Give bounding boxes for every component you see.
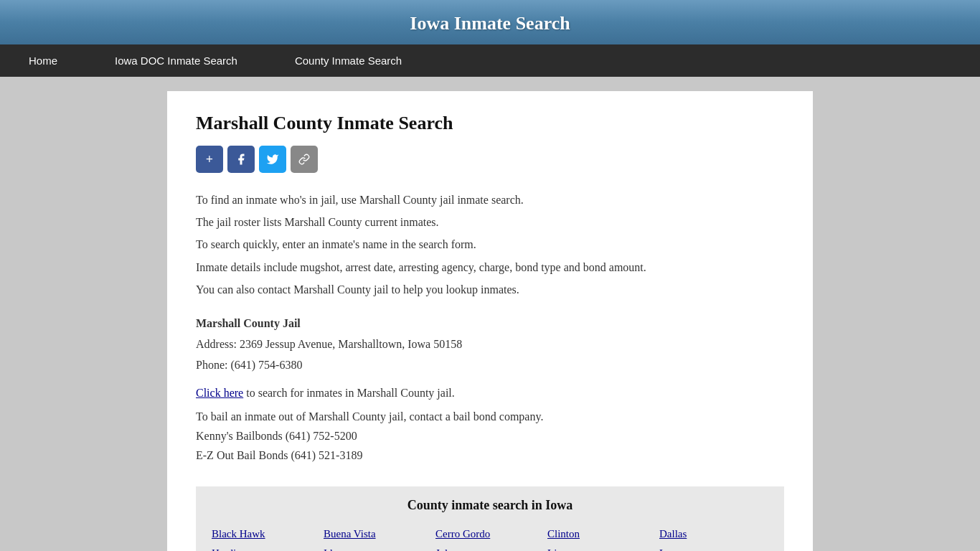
share-twitter-button[interactable] [259, 146, 286, 173]
desc-line-5: You can also contact Marshall County jai… [196, 280, 784, 299]
jail-search-line: Click here to search for inmates in Mars… [196, 387, 784, 400]
main-nav: Home Iowa DOC Inmate Search County Inmat… [0, 44, 980, 77]
county-section: County inmate search in Iowa Black HawkB… [196, 486, 784, 551]
county-section-heading: County inmate search in Iowa [210, 498, 770, 513]
county-link-cerro-gordo[interactable]: Cerro Gordo [434, 524, 546, 544]
nav-home[interactable]: Home [0, 44, 86, 77]
nav-doc-search[interactable]: Iowa DOC Inmate Search [86, 44, 266, 77]
site-title: Iowa Inmate Search [0, 13, 980, 34]
county-link-linn[interactable]: Linn [546, 544, 658, 551]
county-link-hardin[interactable]: Hardin [210, 544, 322, 551]
county-link-buena-vista[interactable]: Buena Vista [322, 524, 434, 544]
county-link-lucas[interactable]: Lucas [658, 544, 770, 551]
nav-county-search[interactable]: County Inmate Search [266, 44, 430, 77]
jail-search-link[interactable]: Click here [196, 387, 243, 399]
county-link-clinton[interactable]: Clinton [546, 524, 658, 544]
county-link-ida[interactable]: Ida [322, 544, 434, 551]
desc-line-1: To find an inmate who's in jail, use Mar… [196, 190, 784, 209]
jail-search-suffix: to search for inmates in Marshall County… [243, 387, 455, 399]
jail-address: Address: 2369 Jessup Avenue, Marshalltow… [196, 334, 784, 354]
description-block: To find an inmate who's in jail, use Mar… [196, 190, 784, 299]
jail-name: Marshall County Jail [196, 314, 784, 333]
site-header: Iowa Inmate Search [0, 0, 980, 44]
county-link-black-hawk[interactable]: Black Hawk [210, 524, 322, 544]
content-area: Marshall County Inmate Search + To find … [167, 91, 813, 551]
main-wrapper: Marshall County Inmate Search + To find … [0, 77, 980, 551]
bail-company-2: E-Z Out Bail Bonds (641) 521-3189 [196, 446, 784, 465]
share-buttons: + [196, 146, 784, 173]
jail-info-block: Marshall County Jail Address: 2369 Jessu… [196, 314, 784, 375]
page-title: Marshall County Inmate Search [196, 113, 784, 134]
county-grid: Black HawkBuena VistaCerro GordoClintonD… [210, 524, 770, 551]
desc-line-2: The jail roster lists Marshall County cu… [196, 212, 784, 232]
county-link-dallas[interactable]: Dallas [658, 524, 770, 544]
share-facebook-button[interactable] [227, 146, 255, 173]
share-generic-button[interactable]: + [196, 146, 223, 173]
share-link-button[interactable] [291, 146, 318, 173]
bail-intro: To bail an inmate out of Marshall County… [196, 407, 784, 426]
bail-info-block: To bail an inmate out of Marshall County… [196, 407, 784, 466]
county-link-johnson[interactable]: Johnson [434, 544, 546, 551]
desc-line-4: Inmate details include mugshot, arrest d… [196, 258, 784, 277]
jail-phone: Phone: (641) 754-6380 [196, 355, 784, 375]
desc-line-3: To search quickly, enter an inmate's nam… [196, 235, 784, 254]
bail-company-1: Kenny's Bailbonds (641) 752-5200 [196, 426, 784, 446]
